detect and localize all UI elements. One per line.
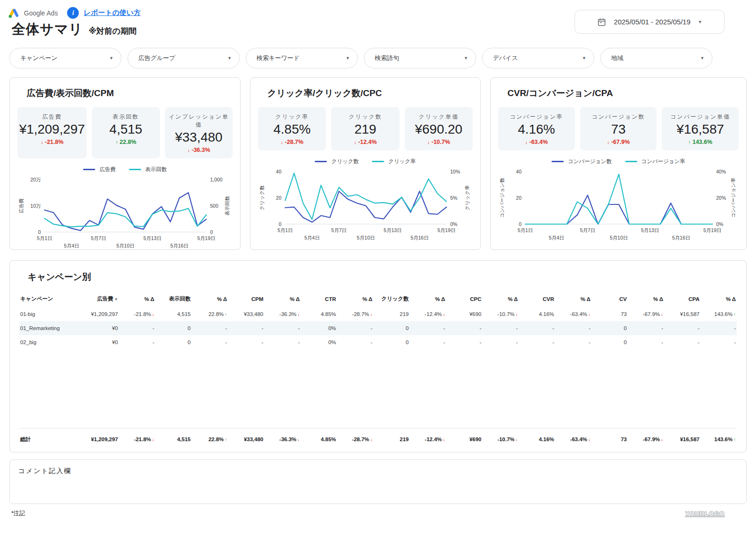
column-header[interactable]: クリック数 — [373, 293, 410, 307]
filter-label: デバイス — [493, 54, 518, 62]
chevron-down-icon: ▼ — [698, 20, 702, 24]
kpi-cards: 広告費/表示回数/CPM広告費¥1,209,297↓ -21.8%表示回数4,5… — [0, 77, 756, 250]
arrow-down-icon: ↓ — [515, 312, 518, 317]
svg-text:5%: 5% — [450, 195, 457, 201]
column-header[interactable]: % Δ — [265, 293, 301, 307]
table-cell: - — [337, 321, 374, 335]
svg-text:5月10日: 5月10日 — [610, 235, 628, 241]
arrow-down-icon: ↓ — [297, 437, 300, 442]
column-header[interactable]: % Δ — [337, 293, 374, 307]
filter-5[interactable]: デバイス▼ — [482, 48, 594, 68]
scorecard-label: クリック単価 — [407, 113, 471, 121]
column-header[interactable]: % Δ — [555, 293, 592, 307]
chart-legend: 広告費表示回数 — [17, 166, 233, 173]
svg-text:0%: 0% — [450, 221, 457, 227]
arrow-down-icon: ↓ — [443, 437, 445, 442]
scorecard: コンバージョン単価¥16,587↑ 143.6% — [662, 107, 739, 150]
legend-item: 表示回数 — [129, 166, 167, 173]
column-header[interactable]: % Δ — [701, 293, 737, 307]
table-cell: 4.16% — [519, 428, 555, 451]
date-range-picker[interactable]: 2025/05/01 - 2025/05/19 ▼ — [575, 10, 725, 34]
arrow-down-icon: ↓ — [661, 437, 663, 442]
svg-text:5月16日: 5月16日 — [170, 243, 189, 248]
arrow-down-icon: ↓ — [41, 139, 44, 145]
footnote: *注記 — [11, 510, 25, 518]
table-cell: 4.85% — [301, 307, 337, 321]
column-header[interactable]: % Δ — [628, 293, 665, 307]
page-subtitle: ※対前の期間 — [89, 26, 136, 37]
chevron-down-icon: ▼ — [464, 56, 468, 60]
table-cell: - — [555, 321, 592, 335]
timeseries-chart: 広告費表示回数010万20万05001,0005月1日5月7日5月13日5月19… — [17, 166, 233, 252]
table-spacer — [19, 349, 737, 428]
column-header[interactable]: CV — [591, 293, 628, 307]
filter-2[interactable]: 広告グループ▼ — [128, 48, 240, 68]
filter-4[interactable]: 検索語句▼ — [364, 48, 476, 68]
campaign-name: 01_Remarketing — [19, 321, 83, 335]
line-chart: 020400%20%40%5月1日5月7日5月13日5月19日5月4日5月10日… — [498, 165, 740, 244]
table-cell: - — [701, 321, 737, 335]
column-header[interactable]: % Δ — [483, 293, 519, 307]
arrow-down-icon: ↓ — [515, 437, 518, 442]
table-cell: -12.4%↓ — [410, 428, 446, 451]
column-header[interactable]: CPC — [446, 293, 483, 307]
scorecard-delta: ↓ -63.4% — [500, 139, 573, 145]
chevron-down-icon: ▼ — [227, 56, 232, 60]
info-icon[interactable]: i — [67, 7, 79, 19]
column-header[interactable]: CTR — [301, 293, 337, 307]
google-ads-logo: Google Ads — [8, 7, 58, 19]
scorecard: コンバージョン率4.16%↓ -63.4% — [498, 107, 575, 150]
svg-text:40%: 40% — [716, 169, 726, 174]
table-cell: 0 — [373, 321, 410, 335]
scorecard-value: 4,515 — [94, 122, 158, 137]
svg-text:5月19日: 5月19日 — [197, 235, 216, 241]
column-header[interactable]: 広告費▼ — [83, 293, 119, 307]
column-header[interactable]: CPA — [664, 293, 701, 307]
report-help-link[interactable]: レポートの使い方 — [83, 8, 141, 17]
svg-text:コンバージョン率: コンバージョン率 — [730, 178, 736, 218]
legend-swatch — [129, 169, 141, 170]
campaign-table: キャンペーン広告費▼% Δ表示回数% ΔCPM% ΔCTR% Δクリック数% Δ… — [19, 293, 737, 451]
comment-box[interactable]: コメント記入欄 — [9, 459, 747, 504]
table-cell: 143.6%↑ — [701, 428, 737, 451]
table-header: キャンペーン広告費▼% Δ表示回数% ΔCPM% ΔCTR% Δクリック数% Δ… — [19, 293, 737, 307]
column-header[interactable]: CPM — [228, 293, 265, 307]
arrow-up-icon: ↑ — [688, 139, 691, 145]
table-cell: 0 — [373, 335, 410, 349]
column-header[interactable]: 表示回数 — [155, 293, 192, 307]
column-header[interactable]: % Δ — [410, 293, 446, 307]
table-cell: 143.6%↑ — [701, 307, 737, 321]
scorecard-value: 219 — [333, 122, 397, 137]
arrow-down-icon: ↓ — [607, 139, 610, 145]
table-cell: 0% — [301, 335, 337, 349]
column-header[interactable]: % Δ — [192, 293, 228, 307]
scorecard-label: クリック率 — [260, 113, 324, 121]
svg-text:0: 0 — [279, 221, 281, 227]
filter-3[interactable]: 検索キーワード▼ — [246, 48, 358, 68]
table-cell: - — [519, 321, 555, 335]
table-row: 01_Remarketing¥0-0---0%-0-----0--- — [19, 321, 737, 335]
table-cell: ¥1,209,297 — [83, 428, 119, 451]
arrow-down-icon: ↓ — [370, 312, 372, 317]
legend-swatch — [83, 169, 95, 170]
column-header[interactable]: CVR — [519, 293, 555, 307]
scorecard-value: 4.85% — [260, 122, 324, 137]
column-header[interactable]: キャンペーン — [19, 293, 83, 307]
column-header[interactable]: % Δ — [119, 293, 156, 307]
svg-text:10%: 10% — [450, 169, 460, 174]
svg-text:5月13日: 5月13日 — [144, 235, 162, 241]
scorecard-label: コンバージョン率 — [500, 113, 573, 121]
table-cell: -10.7%↓ — [483, 428, 519, 451]
svg-text:5月7日: 5月7日 — [91, 235, 106, 241]
table-cell: ¥1,209,297 — [83, 307, 119, 321]
campaign-table-card: キャンペーン別 キャンペーン広告費▼% Δ表示回数% ΔCPM% ΔCTR% Δ… — [9, 260, 747, 452]
timeseries-chart: クリック数クリック率020400%5%10%5月1日5月7日5月13日5月19日… — [258, 158, 473, 244]
filter-1[interactable]: キャンペーン▼ — [9, 48, 121, 68]
table-cell: - — [664, 321, 701, 335]
scorecard-delta: ↓ -67.9% — [582, 139, 655, 145]
table-cell: - — [410, 321, 446, 335]
arrow-up-icon: ↑ — [733, 437, 736, 442]
filter-6[interactable]: 地域▼ — [600, 48, 712, 68]
campaign-name: 01-big — [19, 307, 83, 321]
table-cell: -63.4%↓ — [555, 428, 592, 451]
